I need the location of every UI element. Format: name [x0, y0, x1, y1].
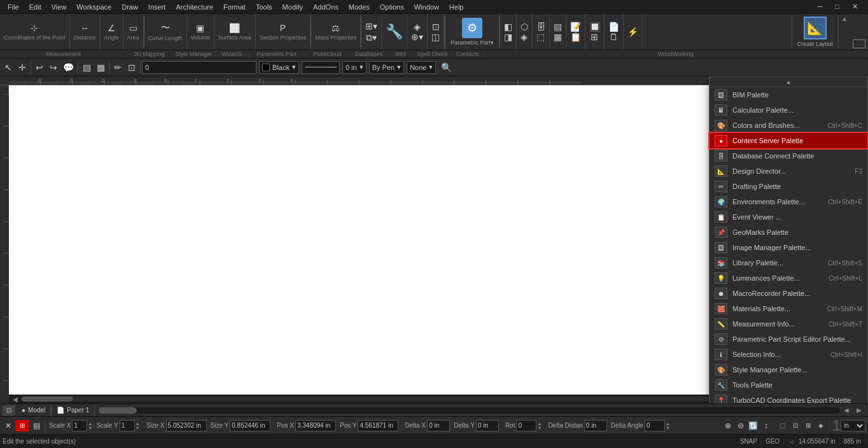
hscroll-left-arrow[interactable]: ◀ [840, 407, 853, 414]
dd-style-manager[interactable]: 🎨 Style Manager Palette... [710, 362, 867, 377]
area-btn[interactable]: ▭ Area [123, 14, 144, 50]
dd-library-palette[interactable]: 📚 Library Palette... Ctrl+Shift+S [710, 255, 867, 270]
pen-by-selector[interactable]: By Pen ▾ [369, 61, 404, 74]
layer-input[interactable] [142, 61, 256, 74]
dd-content-server[interactable]: ● Content Server Palette [710, 133, 867, 148]
angle-btn[interactable]: ∠ Angle [101, 14, 123, 50]
dd-geomarks[interactable]: 📌 GeoMarks Palette [710, 225, 867, 240]
menu-draw[interactable]: Draw [116, 2, 143, 12]
dd-colors-brushes[interactable]: 🎨 Colors and Brushes... Ctrl+Shift+C [710, 118, 867, 133]
delta-angle-input[interactable] [645, 420, 665, 431]
tool-group-1[interactable]: ⊞ ▾ ⧉ ▾ [361, 14, 382, 50]
tool-grp-12[interactable]: ⚡ [624, 14, 643, 50]
menu-modify[interactable]: Modify [277, 2, 308, 12]
unit-selector[interactable]: in mm cm [841, 420, 865, 431]
table-view-btn[interactable]: ▤ [80, 60, 94, 74]
menu-options[interactable]: Options [375, 2, 409, 12]
dd-image-manager[interactable]: 🖼 Image Manager Palette... [710, 240, 867, 255]
edit1-btn[interactable]: ✏ [111, 60, 125, 74]
menu-file[interactable]: File [3, 2, 24, 12]
delta-angle-up[interactable]: ▲ [666, 421, 670, 426]
transform-icon-2[interactable]: ⊞ [15, 420, 29, 431]
right-tool-3[interactable]: 🔃 [748, 420, 759, 431]
dd-materials[interactable]: 🧱 Materials Palette... Ctrl+Shift+M [710, 301, 867, 316]
dd-tools-palette[interactable]: 🔧 Tools Palette [710, 377, 867, 393]
tool-group-4[interactable]: ⊡ ◫ [428, 14, 444, 50]
palette-tool-2[interactable]: ⊡ [790, 420, 801, 431]
dd-design-director[interactable]: 📐 Design Director... F3 [710, 164, 867, 179]
delta-x-input[interactable] [427, 420, 450, 431]
rot-up[interactable]: ▲ [537, 421, 542, 426]
tool-grp-10[interactable]: 🔲 ⊞ [585, 14, 605, 50]
window-restore-btn[interactable] [853, 39, 865, 48]
panel-scroll-up[interactable]: ▲ [841, 15, 848, 22]
pos-x-input[interactable] [295, 420, 336, 431]
right-tool-4[interactable]: ↕ [760, 420, 772, 431]
bottom-hscroll[interactable] [99, 407, 840, 414]
grid-view-btn[interactable]: ▦ [94, 60, 108, 74]
cross-tool-btn[interactable]: ✛ [15, 60, 29, 74]
tool-grp-8[interactable]: ▤ ▦ [550, 14, 566, 50]
dd-database-connect[interactable]: 🗄 Database Connect Palette [710, 148, 867, 164]
redo-btn[interactable]: ↪ [46, 60, 60, 74]
canvas-container[interactable]: -4 -3 -2 -1 0 1 2 3 4 [0, 76, 766, 403]
palette-tool-1[interactable]: ⬚ [777, 420, 788, 431]
menu-insert[interactable]: Insert [143, 2, 171, 12]
transform-icon-3[interactable]: ▤ [31, 420, 42, 431]
distance-btn[interactable]: ↔ Distance [70, 14, 101, 50]
dd-calculator-palette[interactable]: 🖩 Calculator Palette... [710, 102, 867, 118]
delta-dist-input[interactable] [584, 420, 607, 431]
scale-y-up[interactable]: ▲ [136, 421, 140, 426]
dd-macrorecorder[interactable]: ⏺ MacroRecorder Palette... [710, 286, 867, 301]
hscroll-right-arrow[interactable]: ▶ [853, 407, 865, 414]
coordinates-btn[interactable]: ⊹ Coordinates of the Point [0, 14, 70, 50]
dd-turbocad-coords[interactable]: 📍 TurboCAD Coordinates Export Palette [710, 393, 867, 403]
menu-view[interactable]: View [46, 2, 72, 12]
maximize-button[interactable]: □ [830, 1, 844, 12]
curve-length-btn[interactable]: 〜 Curve Length [144, 14, 187, 50]
extra-btn-1[interactable]: 🔍 [438, 60, 454, 74]
model-tab[interactable]: ● Model [17, 404, 51, 416]
menu-architecture[interactable]: Architecture [171, 2, 218, 12]
dd-scroll-up[interactable]: ▲ [710, 77, 867, 87]
menu-edit[interactable]: Edit [24, 2, 46, 12]
section-properties-btn[interactable]: P Section Properties [256, 14, 311, 50]
menu-addons[interactable]: AddOns [308, 2, 344, 12]
transform-icon-1[interactable]: ✕ [3, 420, 14, 431]
model-tab-icon[interactable]: ⊡ [3, 405, 15, 416]
comment-btn[interactable]: 💬 [60, 60, 76, 74]
linestyle-selector[interactable] [302, 61, 340, 74]
surface-area-btn[interactable]: ⬜ Surface Area [214, 14, 256, 50]
dd-event-viewer[interactable]: 📋 Event Viewer ... [710, 209, 867, 225]
size-y-input[interactable] [230, 420, 270, 431]
tool-grp-5[interactable]: ◧ ◨ [500, 14, 517, 50]
create-layout-btn[interactable]: 📐 Create Layout [792, 14, 839, 50]
dd-measurement-info[interactable]: 📏 Measurement Info... Ctrl+Shift+T [710, 316, 867, 332]
menu-format[interactable]: Format [218, 2, 251, 12]
tool-grp-7[interactable]: 🗄 ⬚ [533, 14, 550, 50]
right-tool-1[interactable]: ⊕ [722, 420, 734, 431]
drawing-canvas[interactable] [9, 85, 766, 395]
pos-y-input[interactable] [358, 420, 398, 431]
dd-parametric-script[interactable]: ⚙ Parametric Part Script Editor Palette.… [710, 332, 867, 347]
paper1-tab[interactable]: 📄 Paper 1 [52, 404, 95, 416]
mass-properties-btn[interactable]: ⚖ Mass Properties [311, 14, 361, 50]
rot-input[interactable] [516, 420, 536, 431]
delta-y-input[interactable] [476, 420, 499, 431]
right-tool-2[interactable]: ⊖ [735, 420, 746, 431]
scale-x-down[interactable]: ▼ [88, 426, 92, 430]
menu-help[interactable]: Help [444, 2, 469, 12]
canvas-hscroll[interactable]: ◀ ▶ [9, 395, 766, 403]
snap-label[interactable]: SNAP [736, 438, 762, 445]
size-x-input[interactable] [166, 420, 207, 431]
tool-grp-11[interactable]: 📄 🗒 [605, 14, 624, 50]
select-tool-btn[interactable]: ↖ [1, 60, 15, 74]
dd-environments[interactable]: 🌍 Environments Palette... Ctrl+Shift+E [710, 194, 867, 209]
tool-grp-9[interactable]: 📝 📋 [566, 14, 585, 50]
volume-btn[interactable]: ▣ Volume [187, 14, 214, 50]
menu-modes[interactable]: Modes [344, 2, 375, 12]
close-button[interactable]: ✕ [847, 1, 863, 12]
edit2-btn[interactable]: ⊡ [125, 60, 139, 74]
menu-tools[interactable]: Tools [251, 2, 277, 12]
menu-window[interactable]: Window [409, 2, 444, 12]
